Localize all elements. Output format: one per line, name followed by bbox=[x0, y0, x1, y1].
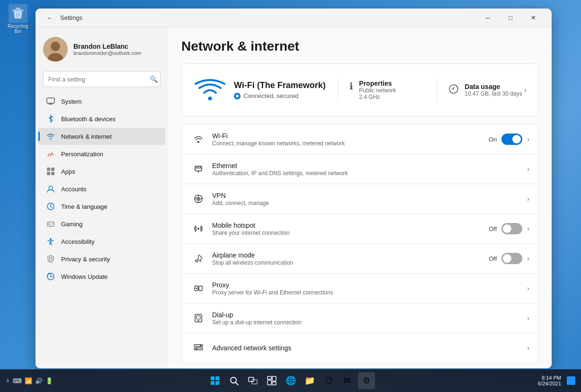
toggle-airplane[interactable] bbox=[501, 253, 522, 264]
taskbar-clock[interactable]: 8:14 PM 6/24/2021 bbox=[538, 375, 561, 386]
svg-point-21 bbox=[53, 223, 54, 224]
chevron-wifi: › bbox=[527, 135, 529, 143]
settings-list: Wi-Fi Connect, manage known networks, me… bbox=[181, 124, 538, 363]
svg-rect-49 bbox=[211, 376, 215, 380]
sidebar-label-accessibility: Accessibility bbox=[61, 238, 95, 245]
hero-properties[interactable]: ℹ Properties Public network 2.4 GHz bbox=[349, 80, 425, 100]
ethernet-sub: Authentication, IP and DNS settings, met… bbox=[212, 170, 527, 177]
hero-network-info: Wi-Fi (The Framework) Connected, secured bbox=[234, 80, 326, 99]
hero-status: Connected, secured bbox=[234, 92, 326, 99]
sidebar-item-apps[interactable]: Apps bbox=[38, 163, 165, 180]
sidebar-label-time: Time & language bbox=[61, 203, 107, 210]
svg-line-54 bbox=[236, 383, 238, 385]
settings-window: ← Settings ─ □ ✕ bbox=[36, 9, 552, 368]
data-sub: 10.47 GB, last 30 days bbox=[465, 90, 522, 97]
svg-point-20 bbox=[52, 224, 53, 225]
recycle-bin[interactable]: Recycling Bin bbox=[4, 4, 32, 34]
svg-rect-1 bbox=[16, 8, 20, 9]
wifi-sub: Connect, manage known networks, metered … bbox=[212, 140, 489, 147]
search-icon: 🔍 bbox=[150, 75, 158, 83]
ethernet-right: › bbox=[527, 165, 529, 173]
taskbar-taskview[interactable] bbox=[244, 372, 261, 389]
chevron-hotspot: › bbox=[527, 225, 529, 232]
gaming-nav-icon bbox=[46, 219, 55, 229]
svg-rect-44 bbox=[197, 316, 200, 319]
taskbar-search[interactable] bbox=[225, 372, 242, 389]
taskbar-files[interactable]: 📁 bbox=[301, 372, 318, 389]
hero-card[interactable]: Wi-Fi (The Framework) Connected, secured… bbox=[181, 63, 538, 116]
sidebar-label-network: Network & internet bbox=[61, 133, 112, 140]
ethernet-icon bbox=[190, 161, 206, 177]
taskbar-mail[interactable]: ✉ bbox=[339, 372, 356, 389]
update-nav-icon bbox=[46, 272, 55, 281]
sidebar-item-personalization[interactable]: Personalization bbox=[38, 145, 165, 162]
setting-row-wifi[interactable]: Wi-Fi Connect, manage known networks, me… bbox=[181, 124, 538, 154]
svg-rect-13 bbox=[47, 172, 50, 175]
setting-row-advanced[interactable]: Advanced network settings › bbox=[181, 333, 538, 363]
wifi-hero-icon bbox=[193, 73, 226, 107]
sidebar-item-network[interactable]: Network & internet bbox=[38, 128, 165, 145]
toggle-hotspot[interactable] bbox=[501, 223, 522, 234]
taskbar-date-text: 6/24/2021 bbox=[538, 381, 561, 386]
setting-row-proxy[interactable]: Proxy Proxy server for Wi-Fi and Etherne… bbox=[181, 274, 538, 303]
taskbar-battery-icon: 🔋 bbox=[45, 377, 53, 384]
sidebar-label-apps: Apps bbox=[61, 168, 75, 175]
taskbar-widgets[interactable] bbox=[263, 372, 280, 389]
bluetooth-nav-icon bbox=[46, 114, 55, 124]
taskbar-keyboard-icon: ⌨ bbox=[13, 377, 22, 384]
ethernet-title: Ethernet bbox=[212, 162, 527, 169]
window-body: Brandon LeBlanc brandoninsider@outlook.c… bbox=[36, 27, 552, 368]
close-button[interactable]: ✕ bbox=[522, 10, 544, 26]
sidebar-item-time[interactable]: Time & language bbox=[38, 198, 165, 215]
sidebar-item-privacy[interactable]: Privacy & security bbox=[38, 250, 165, 267]
back-button[interactable]: ← bbox=[43, 11, 56, 25]
main-content: Network & internet Wi-F bbox=[168, 27, 552, 368]
setting-row-vpn[interactable]: VPN Add, connect, manage › bbox=[181, 184, 538, 214]
sidebar-label-bluetooth: Bluetooth & devices bbox=[61, 116, 116, 123]
airplane-icon bbox=[190, 250, 206, 267]
taskbar-store[interactable]: ⬡ bbox=[320, 372, 337, 389]
sidebar-item-accounts[interactable]: Accounts bbox=[38, 180, 165, 197]
sidebar-item-bluetooth[interactable]: Bluetooth & devices bbox=[38, 110, 165, 127]
sidebar-item-update[interactable]: Windows Update bbox=[38, 268, 165, 285]
taskbar-wifi-icon: 📶 bbox=[25, 377, 32, 384]
setting-row-ethernet[interactable]: Ethernet Authentication, IP and DNS sett… bbox=[181, 154, 538, 184]
setting-row-hotspot[interactable]: Mobile hotspot Share your internet conne… bbox=[181, 214, 538, 244]
taskbar-settings-pinned[interactable]: ⚙ bbox=[358, 372, 375, 389]
sidebar-label-personalization: Personalization bbox=[61, 151, 103, 158]
wifi-content: Wi-Fi Connect, manage known networks, me… bbox=[212, 132, 489, 147]
taskbar-start[interactable] bbox=[206, 372, 223, 389]
vpn-sub: Add, connect, manage bbox=[212, 200, 527, 206]
sidebar-item-system[interactable]: System bbox=[38, 93, 165, 110]
sidebar-item-accessibility[interactable]: Accessibility bbox=[38, 233, 165, 250]
hero-divider2 bbox=[437, 78, 437, 102]
hero-data-usage[interactable]: Data usage 10.47 GB, last 30 days bbox=[448, 83, 524, 97]
hotspot-right: Off › bbox=[489, 223, 529, 234]
svg-point-28 bbox=[197, 141, 199, 143]
svg-point-43 bbox=[198, 320, 199, 321]
proxy-icon bbox=[190, 280, 206, 296]
dialup-icon bbox=[190, 310, 206, 326]
svg-rect-60 bbox=[272, 382, 276, 385]
chevron-dialup: › bbox=[527, 314, 529, 322]
vpn-title: VPN bbox=[212, 192, 527, 199]
minimize-button[interactable]: ─ bbox=[477, 10, 499, 26]
toggle-label-wifi: On bbox=[489, 136, 497, 143]
desktop: Recycling Bin ← Settings ─ □ ✕ bbox=[0, 0, 581, 392]
svg-rect-58 bbox=[268, 380, 271, 385]
profile-section[interactable]: Brandon LeBlanc brandoninsider@outlook.c… bbox=[36, 33, 168, 69]
toggle-wifi[interactable] bbox=[501, 134, 522, 145]
title-bar: ← Settings ─ □ ✕ bbox=[36, 9, 552, 27]
taskbar-edge[interactable]: 🌐 bbox=[282, 372, 299, 389]
notification-center[interactable] bbox=[567, 376, 575, 385]
setting-row-dialup[interactable]: Dial-up Set up a dial-up internet connec… bbox=[181, 303, 538, 333]
svg-rect-51 bbox=[211, 381, 215, 385]
sidebar-item-gaming[interactable]: Gaming bbox=[38, 215, 165, 232]
svg-rect-14 bbox=[51, 172, 54, 175]
dialup-title: Dial-up bbox=[212, 311, 527, 319]
search-input[interactable] bbox=[43, 71, 161, 87]
search-box: 🔍 bbox=[43, 71, 161, 87]
setting-row-airplane[interactable]: Airplane mode Stop all wireless communic… bbox=[181, 244, 538, 274]
maximize-button[interactable]: □ bbox=[500, 10, 521, 26]
taskbar-tray-expand[interactable]: ∧ bbox=[6, 377, 10, 384]
